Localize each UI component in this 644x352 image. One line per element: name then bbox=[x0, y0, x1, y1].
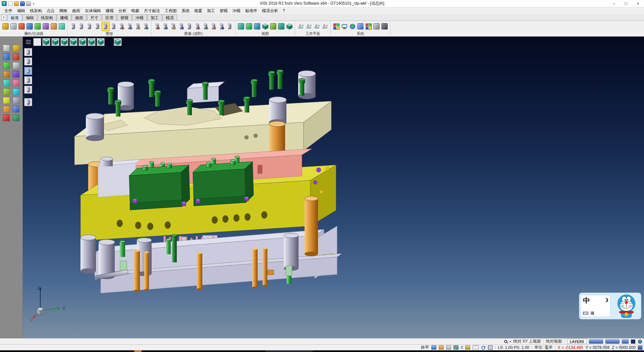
zoom-window-icon[interactable] bbox=[238, 23, 244, 30]
window-layout-icon[interactable] bbox=[357, 23, 364, 30]
menu-item-20[interactable]: ? bbox=[280, 8, 287, 13]
tab-8[interactable]: 塑模 bbox=[117, 14, 132, 20]
filter-mask-icon[interactable] bbox=[51, 23, 57, 30]
keyboard-icon[interactable] bbox=[583, 312, 588, 315]
view-isolate-icon[interactable] bbox=[126, 22, 133, 31]
active-layer-field[interactable]: LAYER0 bbox=[567, 339, 587, 344]
sketch-pencil-icon[interactable] bbox=[13, 62, 19, 69]
display-lock-icon[interactable] bbox=[24, 98, 32, 106]
zoom-extents-icon[interactable] bbox=[246, 23, 252, 30]
viewport-canvas[interactable]: Z Y X 中 bbox=[23, 37, 644, 338]
palette-icon[interactable] bbox=[453, 345, 459, 350]
offset-icon[interactable] bbox=[13, 71, 19, 78]
tab-4[interactable]: 建模 bbox=[57, 14, 71, 20]
wrench-icon[interactable] bbox=[591, 311, 594, 315]
view-cube-top-icon[interactable] bbox=[78, 38, 87, 46]
workplane-align-icon[interactable] bbox=[305, 22, 313, 31]
snap-grid-icon[interactable] bbox=[3, 62, 10, 69]
display-toggle-active-icon[interactable] bbox=[24, 67, 32, 75]
tab-7[interactable]: 应用 bbox=[102, 14, 117, 20]
view-solid-icon[interactable] bbox=[69, 22, 77, 31]
web-link-icon[interactable] bbox=[348, 22, 356, 31]
snap-lock-label[interactable]: 拴牢 bbox=[421, 345, 429, 350]
lighting-mode-icon[interactable] bbox=[177, 22, 185, 31]
quick-access-caret-icon[interactable]: ▾ bbox=[32, 2, 35, 5]
shadow-mode-icon[interactable] bbox=[185, 22, 193, 31]
layer-color-swatch-3[interactable] bbox=[622, 340, 629, 344]
ime-mode-indicator[interactable]: 中 bbox=[583, 297, 590, 304]
workplane-toggle-icon[interactable] bbox=[321, 22, 329, 31]
lamp-icon[interactable] bbox=[439, 345, 444, 350]
display-monitor-icon[interactable] bbox=[340, 22, 348, 31]
view-cube-back-icon[interactable] bbox=[51, 38, 59, 46]
attribute-edit-icon[interactable] bbox=[2, 23, 9, 30]
globe-icon[interactable] bbox=[638, 339, 642, 344]
view-cube-front-icon[interactable] bbox=[42, 38, 50, 46]
view-mode-label[interactable]: 绝对 XY 上视图 bbox=[513, 339, 541, 344]
view-compare-icon[interactable] bbox=[134, 22, 142, 31]
reflection-mode-icon[interactable] bbox=[194, 22, 201, 31]
filter-layers-icon[interactable] bbox=[43, 23, 49, 30]
view-shaded-edges-icon[interactable] bbox=[102, 22, 109, 31]
layer-list-icon[interactable] bbox=[473, 345, 479, 350]
menu-item-3[interactable]: 线架构 bbox=[28, 8, 44, 14]
menu-item-12[interactable]: 工程图 bbox=[162, 8, 179, 14]
material-mode-icon[interactable] bbox=[169, 22, 177, 31]
refresh-icon[interactable] bbox=[481, 345, 486, 350]
render-mode-icon[interactable] bbox=[153, 22, 161, 31]
previous-view-icon[interactable] bbox=[270, 23, 276, 30]
perspective-mode-icon[interactable] bbox=[210, 22, 217, 31]
blank-view-button[interactable] bbox=[33, 38, 41, 46]
menu-item-6[interactable]: 曲面 bbox=[70, 8, 83, 14]
tab-11[interactable]: 模流 bbox=[162, 14, 177, 20]
menu-item-5[interactable]: 网格 bbox=[57, 8, 70, 14]
workplane-3points-icon[interactable] bbox=[313, 22, 321, 31]
clean-screen-icon[interactable] bbox=[381, 23, 388, 30]
menu-item-10[interactable]: 电极 bbox=[129, 8, 142, 14]
attribute-copy-icon[interactable] bbox=[10, 23, 17, 30]
open-folder-icon[interactable] bbox=[14, 1, 19, 6]
maximize-button[interactable]: □ bbox=[620, 0, 632, 7]
display-toggle-4-icon[interactable] bbox=[24, 76, 32, 84]
trim-entity-icon[interactable] bbox=[13, 45, 19, 51]
new-document-icon[interactable] bbox=[8, 1, 13, 6]
viewport-menu-icon[interactable] bbox=[24, 38, 32, 46]
view-manager-icon[interactable] bbox=[285, 22, 293, 31]
orange-chip-part[interactable] bbox=[268, 270, 274, 275]
display-toggle-5-icon[interactable] bbox=[24, 86, 32, 94]
tape-measure-icon[interactable] bbox=[13, 97, 19, 104]
texture-mode-icon[interactable] bbox=[161, 22, 169, 31]
copy-entity-icon[interactable] bbox=[13, 115, 19, 121]
view-cube-dynamic-icon[interactable] bbox=[114, 38, 122, 46]
two-point-dimension-icon[interactable] bbox=[3, 97, 10, 104]
model-3d-assembly[interactable] bbox=[23, 37, 644, 338]
image-settings-icon[interactable] bbox=[226, 22, 233, 31]
view-cube-iso-icon[interactable] bbox=[97, 38, 105, 46]
menu-item-19[interactable]: 模流分析 bbox=[260, 8, 280, 14]
display-toggle-1-icon[interactable] bbox=[24, 48, 32, 56]
2d-mode-icon[interactable]: 2 bbox=[461, 345, 463, 350]
absolute-view-label[interactable]: 绝对视图 bbox=[546, 339, 562, 344]
display-toggle-2-icon[interactable] bbox=[24, 57, 32, 65]
save-icon[interactable] bbox=[20, 1, 25, 6]
view-transparent-icon[interactable] bbox=[110, 22, 117, 31]
view-section-icon[interactable] bbox=[118, 22, 125, 31]
menu-item-9[interactable]: 分析 bbox=[116, 8, 129, 14]
sheet-body-icon[interactable] bbox=[13, 80, 19, 86]
mirror-entity-icon[interactable] bbox=[13, 53, 19, 60]
search-caret-icon[interactable]: ▾ bbox=[509, 340, 511, 343]
pixel-map-icon[interactable] bbox=[365, 22, 372, 31]
snapshot-icon[interactable] bbox=[218, 22, 225, 31]
menu-item-7[interactable]: 实体编辑 bbox=[83, 8, 103, 14]
ime-toolbar[interactable]: 中 bbox=[579, 293, 641, 319]
filter-blue-icon[interactable] bbox=[26, 23, 33, 30]
view-hidden-line-icon[interactable] bbox=[86, 22, 93, 31]
view-cube-left-icon[interactable] bbox=[60, 38, 68, 46]
flag-marker-icon[interactable] bbox=[3, 115, 10, 121]
rotate-entity-icon[interactable] bbox=[3, 71, 10, 78]
minimize-button[interactable]: – bbox=[608, 0, 620, 7]
pointer-select-icon[interactable] bbox=[3, 45, 10, 51]
menu-item-17[interactable]: 冲模 bbox=[230, 8, 243, 14]
close-button[interactable]: × bbox=[632, 0, 644, 7]
tab-6[interactable]: 尺寸 bbox=[87, 14, 102, 20]
